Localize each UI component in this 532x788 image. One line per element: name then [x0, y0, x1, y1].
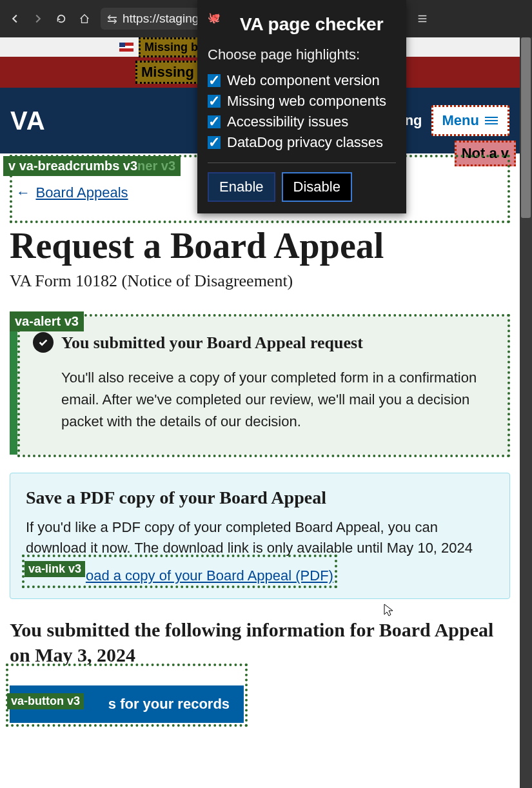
- extension-popup: 🐙 VA page checker Choose page highlights…: [197, 0, 406, 213]
- option-missing-web-components[interactable]: ✓ Missing web components: [208, 93, 396, 110]
- page-title: Request a Board Appeal: [10, 227, 510, 265]
- extension-title: VA page checker: [240, 14, 384, 35]
- checkbox-checked-icon: ✓: [208, 115, 221, 128]
- pdf-info-box: Save a PDF copy of your Board Appeal If …: [10, 473, 510, 599]
- option-accessibility-issues[interactable]: ✓ Accessibility issues: [208, 113, 396, 130]
- success-alert: va-alert v3 You submitted your Board App…: [10, 317, 510, 455]
- option-datadog-privacy[interactable]: ✓ DataDog privacy classes: [208, 134, 396, 151]
- component-overlay-alert: va-alert v3: [10, 311, 84, 331]
- reload-icon[interactable]: [54, 12, 68, 26]
- print-records-button[interactable]: va-button v3 va-button v3s for your reco…: [10, 685, 244, 723]
- enable-button[interactable]: Enable: [208, 172, 275, 202]
- back-icon[interactable]: [8, 12, 22, 26]
- menu-label: Menu: [442, 112, 479, 129]
- us-flag-icon: [119, 43, 133, 52]
- page-subtitle: VA Form 10182 (Notice of Disagreement): [10, 271, 510, 291]
- octopus-icon: 🐙: [208, 12, 233, 37]
- extension-subtitle: Choose page highlights:: [208, 46, 396, 63]
- forward-icon[interactable]: [31, 12, 45, 26]
- site-settings-icon[interactable]: ⇆: [107, 12, 117, 26]
- component-overlay-button: va-button v3: [7, 693, 84, 709]
- alert-body: You'll also receive a copy of your compl…: [61, 367, 491, 433]
- checkbox-checked-icon: ✓: [208, 95, 221, 108]
- section-heading: You submitted the following information …: [10, 617, 510, 667]
- component-overlay-link: va-link v3: [25, 561, 85, 577]
- scrollbar-thumb[interactable]: [521, 37, 531, 218]
- divider: [208, 163, 396, 163]
- breadcrumb-link[interactable]: Board Appeals: [35, 184, 128, 201]
- check-circle-icon: [33, 332, 54, 353]
- menu-button[interactable]: Menu: [431, 105, 509, 136]
- breadcrumb-back-arrow: ←: [16, 184, 30, 201]
- info-heading: Save a PDF copy of your Board Appeal: [26, 488, 494, 508]
- option-label: Accessibility issues: [227, 113, 348, 130]
- option-label: Missing web components: [227, 93, 386, 110]
- disable-button[interactable]: Disable: [282, 172, 352, 202]
- menu-icon[interactable]: [415, 12, 429, 26]
- home-icon[interactable]: [77, 12, 92, 26]
- option-label: Web component version: [227, 72, 380, 89]
- option-web-component-version[interactable]: ✓ Web component version: [208, 72, 396, 89]
- hamburger-icon: [484, 116, 498, 125]
- alert-heading: You submitted your Board Appeal request: [61, 333, 491, 353]
- scrollbar[interactable]: [520, 37, 532, 788]
- component-overlay-breadcrumbs: v va-breadcrumbs v3ner v3: [3, 156, 181, 176]
- info-body: If you'd like a PDF copy of your complet…: [26, 517, 494, 558]
- checkbox-checked-icon: ✓: [208, 74, 221, 87]
- checkbox-checked-icon: ✓: [208, 136, 221, 149]
- button-label-partial: s for your records: [108, 696, 230, 712]
- va-logo[interactable]: VA: [10, 106, 46, 135]
- option-label: DataDog privacy classes: [227, 134, 383, 151]
